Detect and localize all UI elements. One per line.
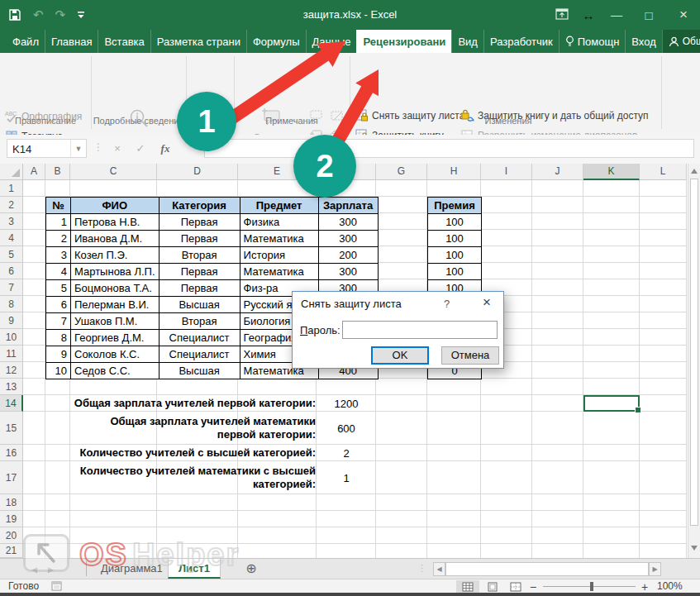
insert-function-icon[interactable]: fx — [155, 139, 175, 158]
table-cell[interactable]: Высшая — [159, 363, 240, 379]
name-box[interactable]: K14 ▼ — [7, 139, 87, 158]
table-cell[interactable]: Иванова Д.М. — [71, 231, 160, 247]
table-cell[interactable]: 300 — [318, 264, 378, 280]
ok-button[interactable]: OK — [371, 346, 429, 365]
zoom-in-icon[interactable]: + — [641, 580, 648, 594]
macro-record-icon[interactable] — [51, 581, 62, 591]
summary-value-row16[interactable]: 2 — [317, 445, 376, 461]
view-normal-icon[interactable] — [456, 580, 479, 593]
tab-formulas[interactable]: Формулы — [246, 30, 306, 53]
view-page-break-icon[interactable] — [504, 580, 527, 593]
vertical-scrollbar[interactable] — [688, 164, 700, 558]
column-header-C[interactable]: C — [70, 164, 157, 180]
summary-value-row15[interactable]: 600 — [317, 412, 376, 445]
table-cell[interactable]: Специалист — [159, 346, 240, 363]
row-header-7[interactable]: 7 — [0, 279, 23, 296]
summary-value-row17[interactable]: 1 — [317, 461, 376, 494]
table-cell[interactable]: Специалист — [159, 330, 240, 346]
tab-page-layout[interactable]: Разметка страни — [150, 30, 246, 53]
tab-file[interactable]: Файл — [7, 30, 45, 53]
table-cell[interactable]: 2 — [46, 231, 71, 247]
table-cell[interactable]: 100 — [428, 264, 482, 280]
summary-label-row16[interactable]: Количество учителей с высшей категорией: — [71, 445, 316, 461]
row-header-13[interactable]: 13 — [0, 379, 23, 395]
minimize-button[interactable]: — — [602, 8, 631, 21]
table-cell[interactable]: Боцмонова Т.А. — [71, 280, 160, 297]
table-cell[interactable]: Математика — [240, 231, 318, 247]
tab-insert[interactable]: Вставка — [98, 30, 150, 53]
table-header[interactable]: № — [46, 198, 71, 214]
row-header-21[interactable]: 21 — [0, 544, 23, 558]
tab-sign-in[interactable]: Вход — [625, 30, 661, 53]
table-header[interactable]: Зарплата — [318, 198, 378, 214]
hscroll-right-icon[interactable]: ▶ — [649, 562, 661, 576]
maximize-button[interactable]: □ — [631, 8, 667, 22]
table-cell[interactable]: Математика — [240, 264, 318, 280]
summary-label-row17[interactable]: Количество учителей математики с высшей … — [71, 461, 316, 494]
tab-tell-me[interactable]: Помощн — [559, 30, 626, 53]
splitter-dots-icon[interactable]: ⋮ — [417, 563, 426, 574]
table-cell[interactable]: 8 — [46, 330, 71, 346]
scroll-up-icon[interactable] — [691, 169, 698, 174]
sheet-tab-list1[interactable]: Лист1 — [168, 559, 221, 579]
table-cell[interactable]: 7 — [46, 313, 71, 330]
summary-label-row15[interactable]: Общая зарплата учителей математики перво… — [71, 412, 316, 445]
table-cell[interactable]: 300 — [318, 214, 378, 231]
table-cell[interactable]: 100 — [428, 231, 482, 247]
name-box-dropdown-icon[interactable]: ▼ — [70, 140, 86, 157]
row-header-6[interactable]: 6 — [0, 263, 23, 279]
selected-cell-K14[interactable] — [583, 395, 640, 412]
tab-view[interactable]: Вид — [451, 30, 483, 53]
table-cell[interactable]: 200 — [318, 247, 378, 264]
table-cell[interactable]: Мартынова Л.П. — [71, 264, 160, 280]
row-header-19[interactable]: 19 — [0, 511, 23, 527]
row-header-4[interactable]: 4 — [0, 230, 23, 246]
row-header-5[interactable]: 5 — [0, 246, 23, 263]
summary-label-row14[interactable]: Общая зарплата учителей первой категории… — [71, 395, 316, 412]
table-cell[interactable]: 300 — [318, 231, 378, 247]
row-header-2[interactable]: 2 — [0, 197, 23, 213]
ribbon-display-options-icon[interactable] — [550, 8, 574, 22]
column-header-F[interactable]: F — [317, 164, 376, 180]
row-header-9[interactable]: 9 — [0, 312, 23, 329]
table-cell[interactable]: 10 — [46, 363, 71, 379]
row-header-1[interactable]: 1 — [0, 180, 23, 197]
column-header-H[interactable]: H — [427, 164, 481, 180]
row-header-17[interactable]: 17 — [0, 461, 23, 494]
prev-sheet-icon[interactable]: ◀ — [31, 565, 37, 574]
table-cell[interactable]: История — [240, 247, 318, 264]
cancel-button[interactable]: Отмена — [441, 346, 499, 365]
table-cell[interactable]: Ушаков П.М. — [71, 313, 160, 330]
row-header-11[interactable]: 11 — [0, 346, 23, 362]
close-button[interactable]: × — [667, 7, 700, 23]
formula-input[interactable] — [204, 139, 694, 158]
select-all-corner[interactable] — [0, 164, 23, 180]
column-header-J[interactable]: J — [532, 164, 583, 180]
formula-bar-handle-icon[interactable]: ⋮ — [93, 141, 103, 153]
share-button[interactable]: Общий доступ — [662, 30, 700, 53]
row-header-10[interactable]: 10 — [0, 329, 23, 346]
table-cell[interactable]: Физика — [240, 214, 318, 231]
row-header-3[interactable]: 3 — [0, 213, 23, 230]
table-cell[interactable]: Пелерман В.И. — [71, 297, 160, 313]
table-header[interactable]: Премия — [428, 198, 482, 214]
table-cell[interactable]: Первая — [159, 231, 240, 247]
tab-developer[interactable]: Разработчик — [483, 30, 559, 53]
horizontal-scrollbar[interactable] — [445, 562, 649, 576]
table-cell[interactable]: 3 — [46, 247, 71, 264]
table-cell[interactable]: Высшая — [159, 297, 240, 313]
column-header-B[interactable]: B — [45, 164, 70, 180]
column-header-I[interactable]: I — [481, 164, 532, 180]
confirm-entry-icon[interactable]: ✓ — [131, 139, 150, 158]
table-cell[interactable]: 6 — [46, 297, 71, 313]
column-header-L[interactable]: L — [640, 164, 687, 180]
column-header-A[interactable]: A — [23, 164, 45, 180]
vertical-scroll-thumb[interactable] — [690, 179, 698, 526]
zoom-out-icon[interactable]: − — [530, 580, 536, 594]
cancel-entry-icon[interactable]: × — [107, 139, 127, 158]
table-cell[interactable]: 9 — [46, 346, 71, 363]
row-header-12[interactable]: 12 — [0, 362, 23, 379]
table-cell[interactable]: Козел П.Э. — [71, 247, 160, 264]
tab-data[interactable]: Данные — [306, 30, 357, 53]
row-header-8[interactable]: 8 — [0, 296, 23, 312]
